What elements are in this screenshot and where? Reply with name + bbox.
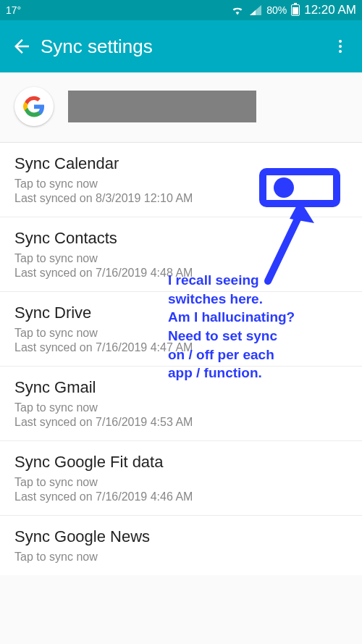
svg-point-0: [339, 40, 342, 43]
annotation-line: Am I hallucinating?: [168, 308, 295, 327]
sync-item-tap: Tap to sync now: [14, 476, 348, 489]
sync-item-tap: Tap to sync now: [14, 401, 348, 414]
statusbar: 17° 80% 12:20 AM: [0, 0, 362, 20]
annotation-text: I recall seeing switches here. Am I hall…: [168, 271, 295, 382]
page-title: Sync settings: [41, 35, 153, 58]
annotation-line: switches here.: [168, 290, 295, 309]
svg-point-1: [339, 45, 342, 48]
annotation-line: Need to set sync: [168, 327, 295, 346]
annotation-line: app / function.: [168, 364, 295, 382]
sync-item-tap: Tap to sync now: [14, 551, 348, 564]
annotation-line: on / off per each: [168, 346, 295, 364]
google-logo-icon: [14, 87, 54, 126]
statusbar-clock: 12:20 AM: [304, 3, 356, 17]
back-button[interactable]: [3, 28, 41, 65]
account-email-redacted: [68, 91, 256, 122]
battery-icon: [291, 4, 300, 16]
more-vert-icon: [332, 38, 349, 55]
annotation-line: I recall seeing: [168, 271, 295, 290]
wifi-icon: [230, 4, 245, 16]
svg-point-2: [339, 50, 342, 53]
appbar: Sync settings: [0, 20, 362, 72]
statusbar-temperature: 17°: [6, 4, 21, 16]
back-arrow-icon: [11, 35, 33, 57]
sync-item-title: Sync Google News: [14, 527, 348, 546]
sync-item-google-news[interactable]: Sync Google News Tap to sync now: [0, 516, 362, 575]
sync-item-title: Sync Google Fit data: [14, 453, 348, 472]
sync-item-last: Last synced on 7/16/2019 4:53 AM: [14, 416, 348, 429]
signal-icon: [249, 4, 262, 16]
account-header[interactable]: [0, 72, 362, 143]
overflow-menu-button[interactable]: [321, 28, 359, 65]
sync-item-google-fit[interactable]: Sync Google Fit data Tap to sync now Las…: [0, 441, 362, 516]
sync-item-last: Last synced on 7/16/2019 4:46 AM: [14, 490, 348, 503]
battery-percentage: 80%: [266, 4, 287, 16]
